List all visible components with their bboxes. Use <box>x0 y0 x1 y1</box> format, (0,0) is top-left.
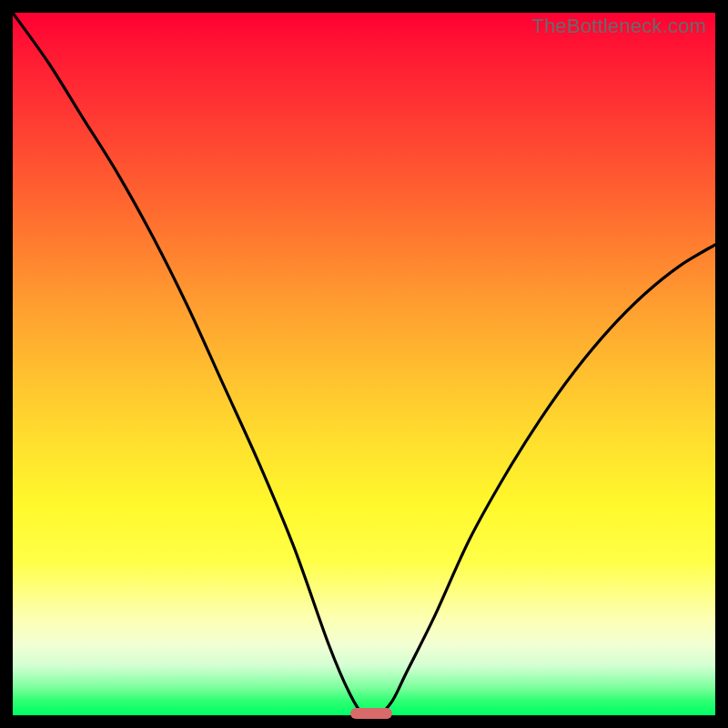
plot-area: TheBottleneck.com <box>13 13 715 715</box>
bottleneck-curve <box>13 13 715 715</box>
curve-path <box>13 13 715 715</box>
optimal-range-marker <box>350 708 392 719</box>
chart-frame: TheBottleneck.com <box>0 0 728 728</box>
